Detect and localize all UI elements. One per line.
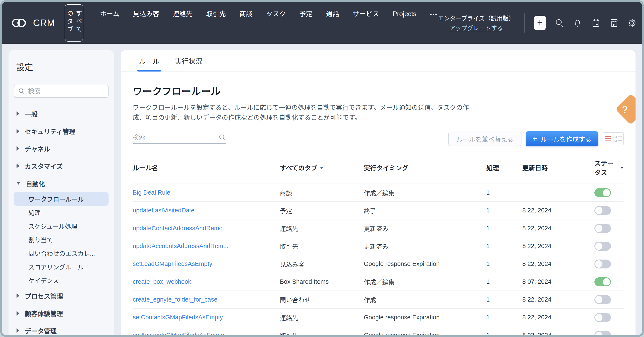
rule-name-link[interactable]: setLeadGMapFiledsAsEmpty: [133, 260, 280, 267]
sidebar-section-0[interactable]: 一般: [14, 105, 108, 122]
col-actions[interactable]: 処理: [486, 163, 522, 172]
sidebar-section-13[interactable]: 顧客体験管理: [14, 304, 108, 322]
nav-item-9[interactable]: Projects: [392, 10, 416, 19]
bell-icon[interactable]: [573, 18, 582, 28]
sidebar-item-9[interactable]: 問い合わせのエスカレ...: [14, 246, 108, 260]
all-tabs-selector[interactable]: すべてのタブ: [65, 4, 83, 42]
nav-item-7[interactable]: 通話: [326, 10, 339, 19]
upgrade-link[interactable]: アップグレードする: [450, 24, 503, 32]
sidebar-section-2[interactable]: チャネル: [14, 140, 108, 157]
nav-item-2[interactable]: 連絡先: [173, 10, 192, 19]
col-status[interactable]: ステータス: [586, 158, 624, 177]
rule-name-link[interactable]: updateContactAddressAndRemo...: [133, 225, 280, 232]
marketplace-icon[interactable]: [610, 18, 619, 28]
sidebar-item-7[interactable]: スケジュール処理: [14, 219, 108, 233]
toggle-knob: [603, 278, 610, 285]
status-toggle[interactable]: [594, 206, 611, 215]
crm-logo[interactable]: CRM: [12, 18, 55, 28]
sidebar-item-label: 割り当て: [28, 235, 53, 244]
nav-more-icon[interactable]: •••: [430, 10, 438, 19]
table-body: Big Deal Rule商談作成／編集1updateLastVisitedDa…: [133, 184, 624, 335]
rule-name-link[interactable]: updateAccountsAddressAndRem...: [133, 243, 280, 250]
table-row: setAccountsGMapFiledsAsEmpty取引先Google re…: [133, 326, 624, 335]
sidebar-item-6[interactable]: 処理: [14, 206, 108, 219]
col-module[interactable]: すべてのタブ: [280, 163, 364, 172]
quick-create-button[interactable]: +: [534, 16, 546, 30]
zoho-rings-icon: [12, 18, 28, 28]
triangle-right-icon: [16, 129, 19, 134]
nav-item-3[interactable]: 取引先: [206, 10, 226, 19]
rules-search-input[interactable]: [133, 134, 219, 141]
rule-module: 取引先: [280, 331, 364, 335]
sidebar-item-5[interactable]: ワークフロールール: [14, 192, 108, 206]
rule-status-cell: [586, 224, 624, 233]
topbar-right: エンタープライズ（試用版） アップグレードする +: [438, 13, 644, 33]
status-toggle[interactable]: [594, 295, 611, 304]
table-row: setLeadGMapFiledsAsEmpty見込み客Google respo…: [133, 255, 624, 273]
status-toggle[interactable]: [594, 224, 611, 233]
triangle-right-icon: [16, 293, 19, 298]
sidebar-section-3[interactable]: カスタマイズ: [14, 157, 108, 175]
tab-execution-status[interactable]: 実行状況: [175, 50, 202, 71]
list-view-icon: [605, 136, 611, 141]
rule-actions-count: 1: [486, 314, 522, 321]
topbar-divider: [524, 13, 525, 33]
create-rule-button[interactable]: + ルールを作成する: [526, 131, 598, 146]
rule-name-link[interactable]: Big Deal Rule: [133, 189, 280, 196]
list-view-button[interactable]: [603, 133, 614, 145]
rule-status-cell: [586, 277, 624, 286]
nav-item-1[interactable]: 見込み客: [133, 10, 159, 19]
nav-item-0[interactable]: ホーム: [100, 10, 119, 19]
table-row: setContactsGMapFiledsAsEmpty連絡先Google re…: [133, 308, 624, 326]
rules-search[interactable]: [133, 134, 226, 144]
rule-trigger: 更新済み: [364, 242, 486, 251]
status-toggle[interactable]: [594, 259, 611, 268]
col-updated[interactable]: 更新日時: [522, 163, 586, 172]
sidebar-section-label: セキュリティ管理: [25, 127, 75, 136]
card-view-icon: [614, 136, 622, 142]
sidebar-section-12[interactable]: プロセス管理: [14, 287, 108, 304]
sort-rules-button[interactable]: ルールを並べ替える: [448, 132, 522, 146]
sidebar-item-10[interactable]: スコアリングルール: [14, 260, 108, 273]
status-toggle[interactable]: [594, 313, 611, 322]
rule-name-link[interactable]: create_egnyte_folder_for_case: [133, 296, 280, 303]
nav-item-5[interactable]: タスク: [266, 10, 286, 19]
rule-updated-date: 8 22, 2024: [522, 314, 586, 321]
rule-name-link[interactable]: updateLastVisitedDate: [133, 207, 280, 214]
nav-item-4[interactable]: 商談: [239, 10, 252, 19]
status-toggle[interactable]: [594, 242, 611, 251]
col-trigger[interactable]: 実行タイミング: [364, 163, 486, 172]
sidebar-item-11[interactable]: ケイデンス: [14, 273, 108, 287]
tab-rules[interactable]: ルール: [139, 50, 160, 71]
rule-name-link[interactable]: setContactsGMapFiledsAsEmpty: [133, 314, 280, 321]
sidebar-item-label: 処理: [28, 208, 41, 217]
status-toggle[interactable]: [594, 331, 611, 335]
search-icon[interactable]: [555, 18, 564, 28]
sidebar-search-input[interactable]: [28, 88, 104, 95]
rule-status-cell: [586, 259, 624, 268]
rule-name-link[interactable]: create_box_webhook: [133, 278, 280, 285]
nav-item-6[interactable]: 予定: [299, 10, 312, 19]
status-toggle[interactable]: [594, 188, 611, 197]
sidebar-section-14[interactable]: データ管理: [14, 322, 108, 335]
sidebar-section-label: 自動化: [26, 179, 45, 188]
col-rule-name[interactable]: ルール名: [133, 163, 280, 172]
help-tab[interactable]: ?: [616, 92, 636, 128]
calendar-icon[interactable]: [591, 18, 600, 28]
rule-updated-date: 8 22, 2024: [522, 260, 586, 267]
sidebar-section-1[interactable]: セキュリティ管理: [14, 122, 108, 140]
rule-actions-count: 1: [486, 332, 522, 335]
sidebar-search[interactable]: [14, 85, 108, 98]
rule-actions-count: 1: [486, 189, 522, 196]
plus-icon: +: [537, 18, 543, 27]
card-view-button[interactable]: [614, 133, 624, 145]
sidebar-item-8[interactable]: 割り当て: [14, 233, 108, 246]
gear-icon[interactable]: [628, 18, 637, 28]
status-toggle[interactable]: [594, 277, 611, 286]
sidebar-section-4[interactable]: 自動化: [14, 175, 108, 192]
nav-item-8[interactable]: サービス: [353, 10, 379, 19]
question-mark-icon: ?: [622, 104, 628, 115]
rule-trigger: 作成／編集: [364, 188, 486, 197]
rule-name-link[interactable]: setAccountsGMapFiledsAsEmpty: [133, 332, 280, 335]
logo-text: CRM: [33, 18, 55, 28]
